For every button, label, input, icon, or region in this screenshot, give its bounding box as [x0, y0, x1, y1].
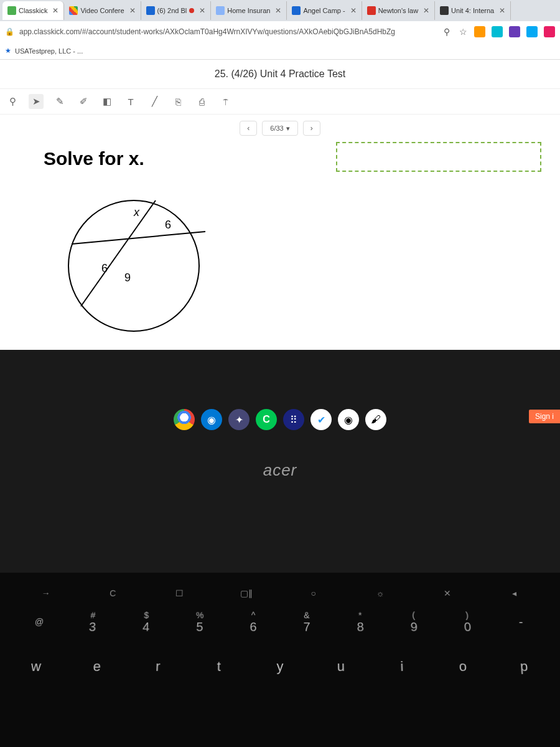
key-o[interactable]: o: [441, 655, 485, 679]
circle-diagram: x 6 6 9: [44, 182, 212, 337]
eraser-icon[interactable]: ◧: [100, 94, 114, 109]
key-fn[interactable]: ○: [292, 582, 335, 605]
bookmark-bar: ★ USATestprep, LLC - ...: [0, 42, 560, 60]
chevron-down-icon: ▾: [286, 125, 290, 133]
tab-newton[interactable]: Newton's law ✕: [362, 1, 435, 20]
extension-icon[interactable]: [509, 26, 520, 37]
answer-box[interactable]: [336, 142, 541, 172]
key-fn[interactable]: →: [23, 582, 68, 605]
tab-label: Unit 4: Interna: [451, 7, 494, 14]
content-area: Solve for x. x 6 6 9: [0, 142, 560, 350]
mic-icon[interactable]: ⍑: [218, 94, 233, 109]
location-icon[interactable]: ⚲: [442, 27, 452, 37]
chrome-icon[interactable]: [174, 409, 195, 430]
camera-icon[interactable]: ⎙: [194, 94, 209, 109]
tab-home[interactable]: Home Insuran ✕: [211, 1, 287, 20]
key-fn[interactable]: C: [90, 582, 135, 605]
favicon: [146, 6, 155, 15]
link-icon[interactable]: ⎘: [170, 94, 185, 109]
close-icon[interactable]: ✕: [499, 6, 505, 15]
key-fn[interactable]: ☼: [358, 582, 403, 605]
page-indicator[interactable]: 6/33 ▾: [262, 121, 297, 136]
close-icon[interactable]: ✕: [423, 6, 429, 15]
key-u[interactable]: u: [319, 655, 363, 679]
extension-icon[interactable]: [474, 26, 485, 37]
key-fn[interactable]: ▢‖: [225, 582, 268, 605]
key-5[interactable]: %5: [177, 610, 222, 633]
laptop-brand: acer: [0, 461, 560, 480]
close-icon[interactable]: ✕: [350, 6, 357, 15]
key-7[interactable]: &7: [285, 610, 329, 633]
label-6b: 6: [101, 262, 108, 275]
key-y[interactable]: y: [258, 655, 302, 679]
tab-label: (6) 2nd Bl: [157, 7, 187, 14]
key-0[interactable]: )0: [445, 610, 490, 633]
key-4[interactable]: $4: [124, 610, 168, 633]
next-button[interactable]: ›: [303, 121, 320, 136]
bookmark-icon: ★: [5, 47, 11, 55]
paint-icon[interactable]: 🖌: [365, 409, 386, 430]
taskbar: ◉ ✦ C ⠿ ✔ ◉ 🖌: [0, 406, 560, 433]
close-icon[interactable]: ✕: [52, 6, 58, 15]
extension-icon[interactable]: [526, 26, 538, 37]
toolbar: ⚲ ➤ ✎ ✐ ◧ T ╱ ⎘ ⎙ ⍑: [0, 88, 560, 115]
close-icon[interactable]: ✕: [129, 6, 136, 15]
pencil-icon[interactable]: ✎: [52, 94, 67, 109]
tab-label: Newton's law: [378, 7, 418, 14]
highlighter-icon[interactable]: ✐: [76, 94, 91, 109]
app-icon[interactable]: ◉: [201, 409, 222, 430]
tab-video[interactable]: Video Confere ✕: [64, 1, 141, 20]
line-icon[interactable]: ╱: [147, 94, 162, 109]
key-6[interactable]: ^6: [231, 610, 275, 633]
extension-icon[interactable]: [544, 26, 555, 37]
question-title: Solve for x.: [44, 148, 212, 169]
favicon: [440, 6, 449, 15]
audio-icon: [189, 8, 194, 13]
prev-button[interactable]: ‹: [240, 121, 257, 136]
favicon: [292, 6, 301, 15]
url-text[interactable]: app.classkick.com/#/account/student-work…: [19, 27, 437, 36]
teams-icon[interactable]: ✦: [228, 409, 250, 430]
key-w[interactable]: w: [13, 655, 58, 679]
tab-angel[interactable]: Angel Camp - ✕: [287, 1, 362, 20]
key-p[interactable]: p: [502, 655, 547, 679]
svg-line-1: [72, 232, 205, 244]
favicon: [367, 6, 376, 15]
zoom-icon[interactable]: ⚲: [5, 94, 20, 109]
tab-unit4[interactable]: Unit 4: Interna ✕: [435, 1, 511, 20]
bookmark-link[interactable]: USATestprep, LLC - ...: [15, 47, 83, 55]
key-e[interactable]: e: [75, 655, 119, 679]
svg-point-0: [68, 200, 199, 331]
key-r[interactable]: r: [136, 655, 180, 679]
key-3[interactable]: #3: [70, 610, 115, 633]
spiral-icon[interactable]: ◉: [338, 409, 359, 430]
key-dash[interactable]: -: [498, 610, 544, 633]
key-fn[interactable]: ☐: [157, 582, 202, 605]
tab-2nd[interactable]: (6) 2nd Bl ✕: [141, 1, 212, 20]
url-bar: 🔒 app.classkick.com/#/account/student-wo…: [0, 21, 560, 42]
extension-icon[interactable]: [492, 26, 503, 37]
pointer-icon[interactable]: ➤: [29, 94, 44, 109]
check-icon[interactable]: ✔: [310, 409, 332, 430]
close-icon[interactable]: ✕: [199, 6, 205, 15]
favicon: [7, 6, 16, 15]
key-8[interactable]: *8: [338, 610, 383, 633]
tab-classkick[interactable]: Classkick ✕: [2, 1, 64, 20]
apps-icon[interactable]: ⠿: [283, 409, 304, 430]
key-t[interactable]: t: [197, 655, 241, 679]
key-9[interactable]: (9: [391, 610, 436, 633]
tab-label: Video Confere: [80, 7, 124, 14]
label-9: 9: [124, 271, 131, 284]
label-6a: 6: [165, 218, 171, 231]
key-fn[interactable]: ◂: [492, 582, 536, 605]
key-fn[interactable]: ✕: [425, 582, 470, 605]
text-icon[interactable]: T: [123, 94, 138, 109]
sign-in-button[interactable]: Sign i: [529, 410, 560, 423]
close-icon[interactable]: ✕: [275, 6, 281, 15]
tab-label: Angel Camp -: [303, 7, 345, 14]
key-2[interactable]: @: [17, 610, 62, 633]
classkick-icon[interactable]: C: [256, 409, 277, 430]
svg-line-2: [81, 200, 156, 306]
star-icon[interactable]: ☆: [458, 27, 468, 37]
key-i[interactable]: i: [380, 655, 424, 679]
